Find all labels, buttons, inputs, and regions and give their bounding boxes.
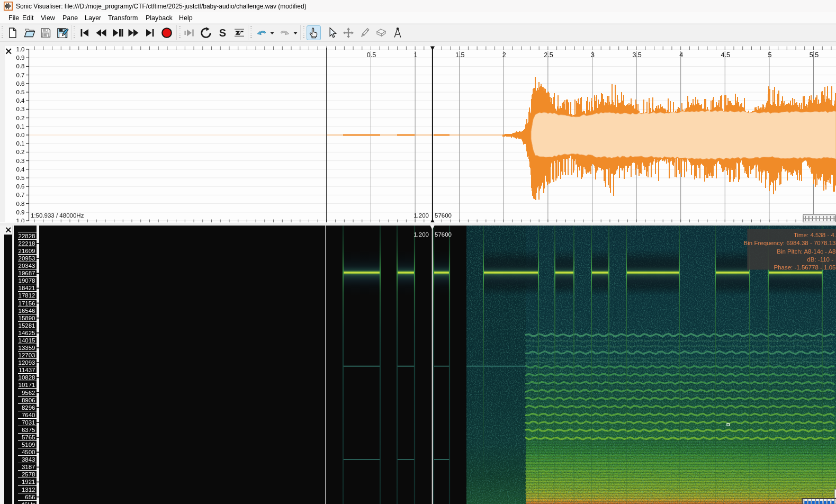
svg-text:7640: 7640 (22, 412, 35, 418)
svg-text:13359: 13359 (19, 345, 35, 351)
svg-text:2.5: 2.5 (544, 51, 553, 59)
svg-text:1.200: 1.200 (413, 231, 429, 238)
svg-text:10171: 10171 (19, 382, 35, 388)
svg-text:14625: 14625 (19, 330, 35, 336)
svg-text:1921: 1921 (22, 479, 35, 485)
svg-text:0.8: 0.8 (16, 63, 25, 69)
svg-text:6375: 6375 (22, 427, 35, 433)
svg-text:0.3: 0.3 (16, 106, 25, 112)
svg-text:3187: 3187 (22, 464, 35, 470)
svg-text:7031: 7031 (22, 419, 35, 426)
svg-text:0.4: 0.4 (16, 166, 25, 173)
svg-text:0.2: 0.2 (16, 115, 25, 121)
svg-text:0.7: 0.7 (16, 72, 25, 78)
svg-text:0.1: 0.1 (16, 140, 25, 147)
svg-text:Bin Pitch: A8-14c - A8: Bin Pitch: A8-14c - A8 (777, 248, 835, 255)
svg-text:19078: 19078 (19, 277, 35, 284)
svg-text:5.5: 5.5 (810, 51, 819, 59)
svg-text:2: 2 (502, 51, 506, 59)
svg-text:57600: 57600 (435, 212, 452, 219)
svg-text:22828: 22828 (19, 233, 35, 239)
svg-text:20343: 20343 (19, 263, 35, 269)
svg-text:4: 4 (679, 51, 683, 59)
svg-text:1.200: 1.200 (413, 212, 429, 219)
svg-text:0.6: 0.6 (16, 183, 25, 190)
svg-text:11437: 11437 (19, 367, 35, 373)
svg-text:0.9: 0.9 (16, 55, 25, 61)
svg-text:3.5: 3.5 (632, 51, 641, 59)
svg-text:9562: 9562 (22, 390, 35, 396)
svg-text:21609: 21609 (19, 248, 35, 254)
svg-text:0.2: 0.2 (16, 149, 25, 155)
svg-text:12703: 12703 (19, 352, 35, 358)
svg-text:0.5: 0.5 (16, 175, 25, 181)
svg-text:20953: 20953 (19, 255, 35, 262)
svg-text:S: S (219, 27, 226, 39)
svg-text:1: 1 (414, 51, 418, 59)
svg-text:4.5: 4.5 (721, 51, 730, 59)
svg-text:0.3: 0.3 (16, 158, 25, 164)
svg-text:1.5: 1.5 (455, 51, 464, 59)
svg-text:Bin Frequency: 6984.38 - 7078.: Bin Frequency: 6984.38 - 7078.13 (744, 240, 836, 246)
svg-text:18421: 18421 (19, 285, 35, 291)
svg-text:0.0: 0.0 (16, 132, 25, 138)
svg-text:1.0: 1.0 (16, 46, 25, 52)
svg-text:16546: 16546 (19, 308, 35, 314)
svg-text:46Hz: 46Hz (21, 501, 35, 504)
svg-text:0.8: 0.8 (16, 201, 25, 207)
svg-text:57600: 57600 (435, 231, 452, 238)
svg-text:0.6: 0.6 (16, 80, 25, 87)
svg-text:15890: 15890 (19, 315, 35, 321)
svg-text:19687: 19687 (19, 270, 35, 276)
svg-text:0.5: 0.5 (367, 51, 376, 59)
svg-text:Time: 4.538 - 4.: Time: 4.538 - 4. (794, 232, 836, 238)
svg-text:22218: 22218 (19, 240, 35, 247)
svg-text:0.9: 0.9 (16, 209, 25, 215)
svg-text:8296: 8296 (22, 404, 35, 411)
svg-text:0.7: 0.7 (16, 192, 25, 198)
svg-text:10828: 10828 (19, 374, 35, 381)
svg-text:12093: 12093 (19, 359, 35, 366)
svg-text:1312: 1312 (22, 487, 35, 493)
svg-text:8906: 8906 (22, 397, 35, 403)
svg-text:0.1: 0.1 (16, 123, 25, 130)
svg-text:17156: 17156 (19, 300, 35, 307)
svg-text:656: 656 (25, 494, 35, 500)
svg-text:14015: 14015 (19, 337, 35, 344)
svg-text:0.4: 0.4 (16, 97, 25, 104)
svg-text:0.5: 0.5 (16, 89, 25, 95)
svg-text:5765: 5765 (22, 434, 35, 440)
svg-text:3: 3 (591, 51, 595, 59)
svg-text:Phase: -1.56778 - 1.05: Phase: -1.56778 - 1.05 (774, 264, 836, 271)
svg-text:4500: 4500 (22, 449, 35, 455)
svg-text:5109: 5109 (22, 442, 35, 448)
svg-text:17812: 17812 (19, 292, 35, 299)
svg-text:2578: 2578 (22, 471, 35, 478)
svg-text:3843: 3843 (22, 456, 35, 463)
svg-text:dB: -110 -: dB: -110 - (807, 256, 833, 263)
svg-text:15281: 15281 (19, 322, 35, 329)
svg-text:1:50.933 / 48000Hz: 1:50.933 / 48000Hz (31, 212, 84, 219)
svg-text:5: 5 (768, 51, 771, 59)
